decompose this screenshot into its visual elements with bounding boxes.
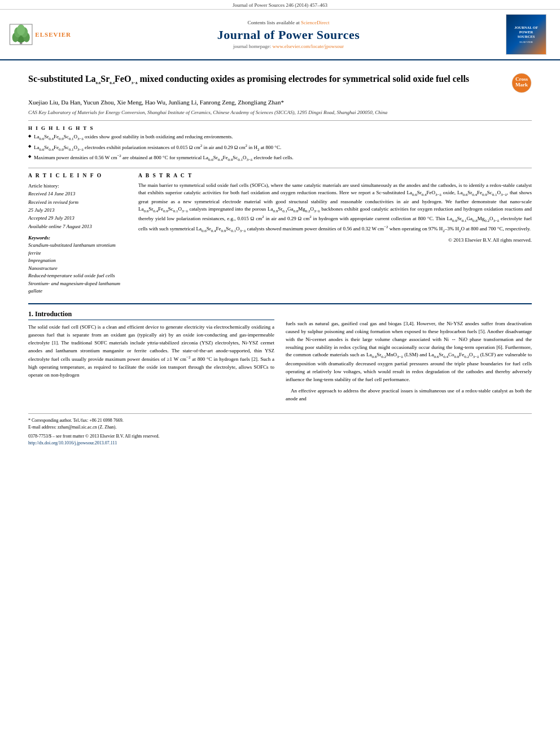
intro-text-left: The solid oxide fuel cell (SOFC) is a cl… bbox=[28, 324, 274, 380]
issn-text: 0378-7753/$ – see front matter © 2013 El… bbox=[28, 434, 160, 439]
homepage-label: journal homepage: bbox=[233, 43, 272, 49]
highlight-item: La0.6Sr0.4Fe0.9Sc0.1O3−δ electrodes exhi… bbox=[28, 143, 532, 153]
highlight-item: La0.6Sr0.4Fe0.9Sc0.1O3−δ oxides show goo… bbox=[28, 133, 532, 142]
elsevier-tree-icon bbox=[9, 20, 33, 49]
crossmark-icon: Cross Mark bbox=[511, 73, 532, 93]
accepted-date: Accepted 29 July 2013 bbox=[28, 215, 75, 221]
article-info-label: A R T I C L E I N F O bbox=[28, 173, 127, 178]
revised-date: 25 July 2013 bbox=[28, 207, 55, 213]
cover-title: JOURNAL OFPOWERSOURCES bbox=[514, 25, 538, 38]
article-title-section: Sc-substituted La0.6Sr0.4FeO3−δ mixed co… bbox=[28, 73, 532, 93]
intro-col-right: fuels such as natural gas, gasified coal… bbox=[286, 310, 532, 407]
contents-text: Contents lists available at bbox=[248, 20, 301, 25]
keyword-item: Nanostructure bbox=[28, 265, 127, 273]
body-divider bbox=[28, 303, 532, 304]
journal-citation: Journal of Power Sources 246 (2014) 457–… bbox=[233, 2, 327, 8]
keyword-item: Impregnation bbox=[28, 257, 127, 265]
footnote-email: E-mail address: zzhan@mail.sic.ac.cn (Z.… bbox=[28, 424, 532, 431]
introduction-section: 1. Introduction The solid oxide fuel cel… bbox=[28, 310, 532, 407]
homepage-url[interactable]: www.elsevier.com/locate/jpowsour bbox=[273, 43, 344, 49]
journal-homepage: journal homepage: www.elsevier.com/locat… bbox=[71, 43, 506, 49]
abstract-col: A B S T R A C T The main barrier to symm… bbox=[138, 173, 532, 295]
svg-text:Cross: Cross bbox=[515, 76, 528, 82]
elsevier-text: ELSEVIER bbox=[35, 31, 71, 38]
elsevier-logo: ELSEVIER bbox=[9, 20, 71, 49]
highlights-list: La0.6Sr0.4Fe0.9Sc0.1O3−δ oxides show goo… bbox=[28, 133, 532, 163]
affiliation: CAS Key Laboratory of Materials for Ener… bbox=[28, 109, 532, 116]
keywords-label: Keywords: bbox=[28, 235, 127, 241]
journal-citation-bar: Journal of Power Sources 246 (2014) 457–… bbox=[0, 0, 560, 10]
footer-section: * Corresponding author. Tel./fax: +86 21… bbox=[28, 413, 532, 447]
keyword-item: Reduced-temperature solid oxide fuel cel… bbox=[28, 272, 127, 280]
journal-header: ELSEVIER Contents lists available at Sci… bbox=[0, 10, 560, 60]
keyword-item: Strontium- and magnesium-doped lanthanum… bbox=[28, 280, 127, 295]
divider-1 bbox=[28, 120, 532, 121]
intro-heading: 1. Introduction bbox=[28, 310, 274, 320]
contents-line: Contents lists available at ScienceDirec… bbox=[71, 20, 506, 25]
online-date: Available online 7 August 2013 bbox=[28, 224, 92, 229]
main-content: Sc-substituted La0.6Sr0.4FeO3−δ mixed co… bbox=[0, 60, 560, 453]
article-history: Article history: Received 14 June 2013 R… bbox=[28, 182, 127, 230]
highlights-section: H I G H L I G H T S La0.6Sr0.4Fe0.9Sc0.1… bbox=[28, 125, 532, 163]
svg-point-6 bbox=[17, 24, 25, 36]
received-date: Received 14 June 2013 bbox=[28, 191, 75, 196]
footnote-issn: 0378-7753/$ – see front matter © 2013 El… bbox=[28, 433, 532, 440]
svg-text:Mark: Mark bbox=[515, 82, 528, 88]
article-title: Sc-substituted La0.6Sr0.4FeO3−δ mixed co… bbox=[28, 73, 506, 86]
footnote-doi: http://dx.doi.org/10.1016/j.jpowsour.201… bbox=[28, 440, 532, 447]
journal-title: Journal of Power Sources bbox=[71, 28, 506, 42]
elsevier-logo-container: ELSEVIER bbox=[9, 20, 71, 49]
journal-cover-container: JOURNAL OFPOWERSOURCES ELSEVIER bbox=[506, 14, 551, 55]
journal-cover: JOURNAL OFPOWERSOURCES ELSEVIER bbox=[506, 14, 546, 55]
cover-publisher: ELSEVIER bbox=[519, 41, 533, 43]
sciencedirect-link[interactable]: ScienceDirect bbox=[301, 20, 329, 25]
doi-link[interactable]: http://dx.doi.org/10.1016/j.jpowsour.201… bbox=[28, 440, 117, 445]
copyright: © 2013 Elsevier B.V. All rights reserved… bbox=[138, 237, 532, 243]
received-revised-label: Received in revised form bbox=[28, 199, 78, 205]
highlights-label: H I G H L I G H T S bbox=[28, 125, 532, 131]
keywords-list: Scandium-substituted lanthanum strontium… bbox=[28, 242, 127, 295]
corresponding-note: * Corresponding author. Tel./fax: +86 21… bbox=[28, 418, 124, 423]
article-info-abstract-cols: A R T I C L E I N F O Article history: R… bbox=[28, 173, 532, 295]
journal-header-center: Contents lists available at ScienceDirec… bbox=[71, 20, 506, 49]
authors: Xuejiao Liu, Da Han, Yucun Zhou, Xie Men… bbox=[28, 98, 532, 107]
email-label: E-mail address: zzhan@mail.sic.ac.cn (Z.… bbox=[28, 425, 116, 430]
history-label: Article history: bbox=[28, 183, 59, 189]
keyword-item: Scandium-substituted lanthanum strontium… bbox=[28, 242, 127, 257]
intro-text-right: fuels such as natural gas, gasified coal… bbox=[286, 320, 532, 403]
divider-2 bbox=[28, 168, 532, 168]
highlight-item: Maximum power densities of 0.56 W cm−2 a… bbox=[28, 154, 532, 163]
abstract-text: The main barrier to symmetrical solid ox… bbox=[138, 182, 532, 234]
footnote-corresponding: * Corresponding author. Tel./fax: +86 21… bbox=[28, 417, 532, 424]
abstract-label: A B S T R A C T bbox=[138, 173, 532, 178]
article-info-col: A R T I C L E I N F O Article history: R… bbox=[28, 173, 127, 295]
intro-col-left: 1. Introduction The solid oxide fuel cel… bbox=[28, 310, 274, 407]
